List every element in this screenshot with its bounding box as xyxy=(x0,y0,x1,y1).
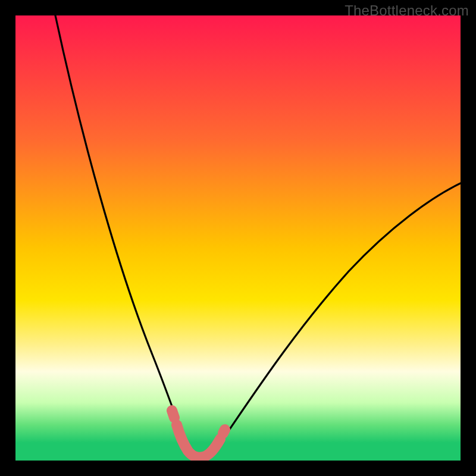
watermark-text: TheBottleneck.com xyxy=(345,2,469,19)
marker-band xyxy=(172,411,225,458)
chart-plot-area xyxy=(15,15,461,461)
curve-left-branch xyxy=(55,15,196,459)
chart-svg xyxy=(15,15,461,461)
curve-right-branch xyxy=(196,183,461,459)
